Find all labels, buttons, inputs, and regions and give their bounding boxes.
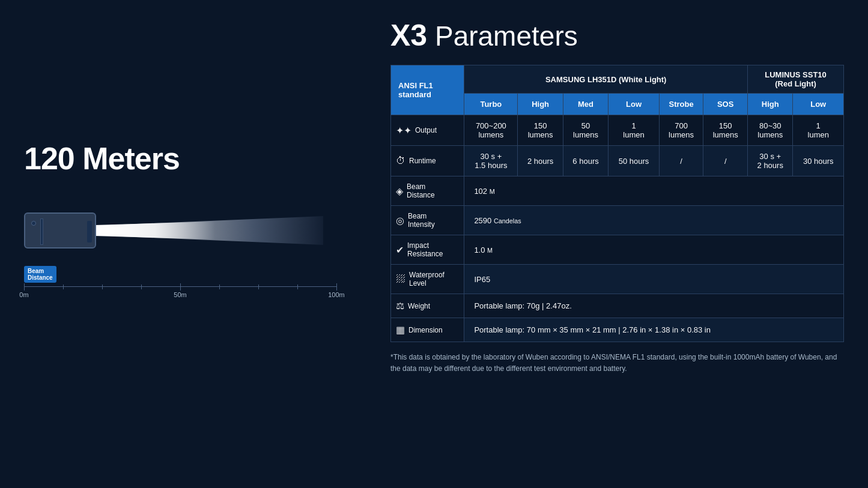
impact-icon: ✔ bbox=[396, 244, 404, 256]
ruler: 0m 50m 100m BeamDistance bbox=[24, 282, 336, 300]
label-runtime: ⏱ Runtime bbox=[391, 146, 464, 176]
mode-sos: SOS bbox=[703, 94, 748, 115]
header-row-top: ANSI FL1standard SAMSUNG LH351D (White L… bbox=[391, 65, 844, 94]
waterproof-value: IP65 bbox=[464, 265, 844, 294]
label-weight: ⚖ Weight bbox=[391, 294, 464, 318]
mode-low-white: Low bbox=[609, 94, 659, 115]
runtime-turbo: 30 s +1.5 hours bbox=[464, 146, 518, 176]
row-waterproof: ⛆ WaterproofLevel IP65 bbox=[391, 265, 844, 294]
row-impact: ✔ ImpactResistance 1.0 M bbox=[391, 235, 844, 265]
runtime-sos: / bbox=[703, 146, 748, 176]
beam-distance-value: 102 M bbox=[464, 176, 844, 206]
ruler-label-50: 50m bbox=[174, 291, 186, 298]
page-title: X3 Parameters bbox=[390, 18, 844, 53]
row-runtime: ⏱ Runtime 30 s +1.5 hours 2 hours 6 hour… bbox=[391, 146, 844, 176]
beam-distance-tag: BeamDistance bbox=[24, 266, 56, 283]
runtime-icon: ⏱ bbox=[396, 155, 405, 166]
mode-med: Med bbox=[563, 94, 608, 115]
waterproof-label-text: WaterproofLevel bbox=[409, 271, 445, 288]
dimension-value: Portable lamp: 70 mm × 35 mm × 21 mm | 2… bbox=[464, 318, 844, 342]
output-label: Output bbox=[415, 126, 437, 134]
dimension-label-text: Dimension bbox=[408, 326, 443, 334]
label-waterproof: ⛆ WaterproofLevel bbox=[391, 265, 464, 294]
mode-turbo: Turbo bbox=[464, 94, 518, 115]
label-beam-distance: ◈ BeamDistance bbox=[391, 176, 464, 206]
params-table: ANSI FL1standard SAMSUNG LH351D (White L… bbox=[390, 65, 844, 342]
row-beam-intensity: ◎ BeamIntensity 2590 Candelas bbox=[391, 206, 844, 235]
output-high-white: 150lumens bbox=[518, 115, 563, 146]
dimension-icon: ▦ bbox=[396, 324, 405, 336]
footnote: *This data is obtained by the laboratory… bbox=[390, 352, 844, 375]
flashlight-body bbox=[24, 212, 96, 249]
impact-value: 1.0 M bbox=[464, 235, 844, 265]
weight-value: Portable lamp: 70g | 2.47oz. bbox=[464, 294, 844, 318]
model-name: X3 bbox=[390, 19, 427, 52]
weight-icon: ⚖ bbox=[396, 300, 404, 312]
beam-distance-label-text: BeamDistance bbox=[407, 182, 435, 199]
runtime-label: Runtime bbox=[409, 157, 436, 165]
mode-low-red: Low bbox=[793, 94, 844, 115]
label-beam-intensity: ◎ BeamIntensity bbox=[391, 206, 464, 235]
label-impact: ✔ ImpactResistance bbox=[391, 235, 464, 265]
row-dimension: ▦ Dimension Portable lamp: 70 mm × 35 mm… bbox=[391, 318, 844, 342]
beam-intensity-icon: ◎ bbox=[396, 215, 404, 226]
ruler-label-0: 0m bbox=[19, 291, 28, 298]
beam-distance-heading: 120 Meters bbox=[24, 140, 372, 176]
row-weight: ⚖ Weight Portable lamp: 70g | 2.47oz. bbox=[391, 294, 844, 318]
mode-strobe: Strobe bbox=[659, 94, 703, 115]
weight-label-text: Weight bbox=[408, 302, 430, 310]
flashlight-diagram bbox=[24, 194, 336, 267]
row-beam-distance: ◈ BeamDistance 102 M bbox=[391, 176, 844, 206]
impact-label-text: ImpactResistance bbox=[407, 241, 443, 258]
runtime-med: 6 hours bbox=[563, 146, 608, 176]
runtime-low-white: 50 hours bbox=[609, 146, 659, 176]
output-strobe: 700lumens bbox=[659, 115, 703, 146]
beam-core bbox=[95, 212, 215, 249]
header-ansi: ANSI FL1standard bbox=[391, 65, 464, 115]
left-panel: 120 Meters 0m 50m bbox=[24, 18, 372, 470]
beam-intensity-value: 2590 Candelas bbox=[464, 206, 844, 235]
output-turbo: 700~200lumens bbox=[464, 115, 518, 146]
ruler-label-100: 100m bbox=[328, 291, 345, 298]
mode-high-red: High bbox=[748, 94, 793, 115]
runtime-high-red: 30 s +2 hours bbox=[748, 146, 793, 176]
beam-distance-icon: ◈ bbox=[396, 185, 403, 197]
label-dimension: ▦ Dimension bbox=[391, 318, 464, 342]
mode-high-white: High bbox=[518, 94, 563, 115]
waterproof-icon: ⛆ bbox=[396, 274, 405, 285]
label-output: ✦✦ Output bbox=[391, 115, 464, 146]
right-panel: X3 Parameters ANSI FL1standard SAMSUNG L… bbox=[372, 18, 844, 470]
row-output: ✦✦ Output 700~200lumens 150lumens 50lume… bbox=[391, 115, 844, 146]
runtime-high-white: 2 hours bbox=[518, 146, 563, 176]
header-samsung: SAMSUNG LH351D (White Light) bbox=[464, 65, 748, 94]
output-sos: 150lumens bbox=[703, 115, 748, 146]
output-low-white: 1lumen bbox=[609, 115, 659, 146]
beam-intensity-label-text: BeamIntensity bbox=[408, 212, 435, 229]
output-med: 50lumens bbox=[563, 115, 608, 146]
output-icon: ✦✦ bbox=[396, 125, 411, 136]
header-luminus: LUMINUS SST10(Red Light) bbox=[748, 65, 844, 94]
runtime-strobe: / bbox=[659, 146, 703, 176]
runtime-low-red: 30 hours bbox=[793, 146, 844, 176]
output-low-red: 1lumen bbox=[793, 115, 844, 146]
output-high-red: 80~30lumens bbox=[748, 115, 793, 146]
